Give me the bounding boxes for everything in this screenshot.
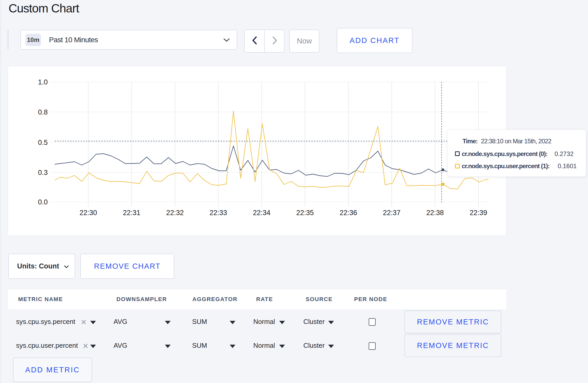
svg-text:22:32: 22:32 [166, 209, 184, 217]
svg-text:22:39: 22:39 [470, 209, 487, 217]
svg-text:0.0: 0.0 [38, 198, 48, 206]
svg-text:22:31: 22:31 [123, 209, 141, 217]
svg-text:22:36: 22:36 [340, 209, 357, 217]
svg-text:0.3: 0.3 [38, 169, 48, 176]
svg-text:22:33: 22:33 [209, 209, 227, 217]
svg-text:22:34: 22:34 [253, 209, 271, 217]
svg-text:22:35: 22:35 [296, 209, 314, 217]
svg-text:0.8: 0.8 [38, 108, 48, 116]
svg-text:0.5: 0.5 [38, 139, 48, 146]
svg-text:1.0: 1.0 [38, 78, 48, 86]
svg-text:22:38: 22:38 [426, 209, 444, 217]
svg-text:22:37: 22:37 [383, 209, 401, 217]
svg-text:22:30: 22:30 [80, 209, 97, 217]
